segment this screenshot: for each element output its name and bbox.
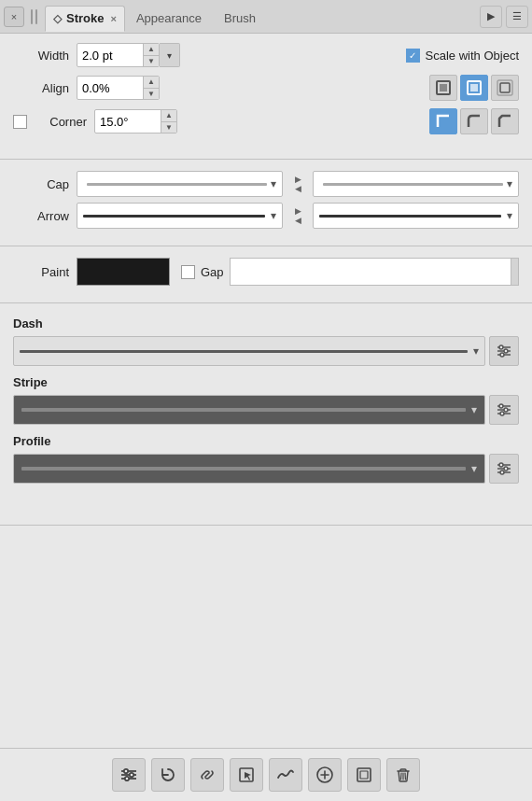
dash-dropdown[interactable]: ▾	[13, 336, 485, 366]
stripe-filter-button[interactable]	[489, 395, 519, 425]
corner-round-button[interactable]	[460, 108, 488, 134]
reset-button[interactable]	[151, 758, 185, 792]
svg-rect-3	[470, 84, 478, 91]
tab-menu-button[interactable]: ☰	[506, 6, 528, 28]
separator-1	[0, 159, 532, 160]
svg-marker-31	[245, 772, 251, 780]
paint-section: Paint Gap	[0, 254, 532, 295]
cap-right-chevron: ▾	[507, 177, 512, 190]
width-input[interactable]	[77, 49, 143, 63]
dash-section: Dash ▾	[0, 311, 532, 370]
tab-stroke[interactable]: ◇ Stroke ×	[45, 6, 125, 32]
arrow-row: Arrow ▾ ▶ ◀ ▾	[13, 203, 519, 229]
profile-title: Profile	[13, 434, 519, 448]
tab-appearance[interactable]: Appearance	[125, 6, 213, 32]
arrow-left-chevron: ▾	[271, 209, 276, 222]
cap-section: Cap ▾ ▶ ◀ ▾ Arrow ▾ ▶ ◀ ▾	[0, 167, 532, 238]
corner-checkbox[interactable]	[13, 115, 27, 129]
stripe-dropdown[interactable]: ▾	[13, 395, 485, 425]
align-spinners: ▲ ▼	[143, 76, 159, 100]
svg-rect-35	[357, 768, 371, 781]
width-down-button[interactable]: ▼	[144, 56, 159, 68]
align-label: Align	[13, 81, 69, 95]
panel-grip[interactable]	[28, 7, 39, 27]
gap-checkbox-wrap: Gap	[181, 265, 224, 279]
width-up-button[interactable]: ▲	[144, 43, 159, 56]
grip-line	[31, 9, 33, 24]
svg-rect-36	[360, 771, 368, 779]
arrow-left-dropdown[interactable]: ▾	[77, 203, 283, 229]
align-up-button[interactable]: ▲	[144, 76, 159, 89]
link-button[interactable]	[190, 758, 224, 792]
align-row: Align ▲ ▼	[13, 75, 519, 101]
stroke-tab-close[interactable]: ×	[110, 13, 116, 24]
svg-point-17	[500, 412, 504, 415]
options-button[interactable]	[112, 758, 146, 792]
svg-point-15	[499, 404, 503, 408]
dash-title: Dash	[13, 316, 519, 330]
cap-expand-collapse[interactable]: ▶ ◀	[290, 176, 305, 193]
dash-filter-button[interactable]	[489, 336, 519, 366]
stripe-line-indicator	[21, 408, 466, 412]
width-label: Width	[13, 49, 69, 63]
corner-input-wrap: ▲ ▼	[94, 109, 177, 134]
delete-button[interactable]	[386, 758, 420, 792]
arrow-line-indicator-2	[319, 215, 501, 218]
gap-swatch[interactable]	[230, 258, 511, 286]
stroke-tab-label: Stroke	[66, 11, 104, 25]
align-center-button[interactable]	[460, 75, 488, 101]
arrow-label: Arrow	[13, 209, 69, 223]
stripe-section: Stripe ▾	[0, 370, 532, 429]
align-outside-button[interactable]	[491, 75, 519, 101]
profile-chevron: ▾	[471, 462, 477, 475]
align-inside-button[interactable]	[429, 75, 457, 101]
align-input-wrap: ▲ ▼	[77, 76, 160, 100]
svg-point-16	[504, 408, 508, 412]
corner-spinners: ▲ ▼	[161, 109, 176, 134]
arrow-right-dropdown[interactable]: ▾	[313, 203, 519, 229]
profile-filter-button[interactable]	[489, 454, 519, 484]
gap-scrollbar	[511, 258, 519, 286]
arrow-line-indicator	[83, 215, 265, 218]
dash-line-indicator	[20, 350, 468, 353]
svg-point-23	[500, 471, 504, 474]
select-button[interactable]	[230, 758, 263, 792]
arrow-expand-collapse[interactable]: ▶ ◀	[290, 207, 305, 225]
corner-bevel-button[interactable]	[491, 108, 519, 134]
add-button[interactable]	[308, 758, 342, 792]
align-input[interactable]	[77, 81, 143, 95]
svg-rect-1	[440, 84, 447, 91]
gap-checkbox[interactable]	[181, 265, 195, 279]
panel-close-button[interactable]: ×	[4, 7, 24, 27]
corner-up-button[interactable]: ▲	[161, 109, 176, 122]
svg-point-10	[504, 349, 508, 353]
dash-select-wrap: ▾	[13, 336, 519, 366]
svg-point-29	[125, 777, 129, 780]
cap-left-dropdown[interactable]: ▾	[77, 171, 283, 197]
cap-right-dropdown[interactable]: ▾	[313, 171, 519, 197]
profile-dropdown[interactable]: ▾	[13, 454, 485, 484]
expand-icon: ▶	[295, 176, 301, 184]
width-dropdown-button[interactable]: ▾	[160, 43, 180, 67]
grip-line	[35, 9, 37, 24]
frame-button[interactable]	[347, 758, 381, 792]
scale-with-object-checkbox[interactable]: ✓	[406, 49, 420, 63]
arrow-collapse-icon: ◀	[295, 217, 301, 225]
separator-2	[0, 246, 532, 246]
corner-down-button[interactable]: ▼	[161, 122, 176, 134]
path-button[interactable]	[269, 758, 302, 792]
align-down-button[interactable]: ▼	[144, 89, 159, 101]
collapse-icon: ◀	[295, 185, 301, 193]
paint-label: Paint	[13, 265, 69, 279]
tab-bar: × ◇ Stroke × Appearance Brush ▶ ☰	[0, 0, 532, 34]
stripe-title: Stripe	[13, 375, 519, 389]
cap-row: Cap ▾ ▶ ◀ ▾	[13, 171, 519, 197]
corner-miter-button[interactable]	[429, 108, 457, 134]
paint-swatch[interactable]	[77, 258, 170, 286]
panel-content: Width ▲ ▼ ▾ ✓ Scale with Object Align ▲ …	[0, 34, 532, 151]
tab-forward-button[interactable]: ▶	[480, 6, 502, 28]
svg-point-28	[130, 773, 133, 777]
tab-brush[interactable]: Brush	[213, 6, 267, 32]
corner-input[interactable]	[95, 115, 161, 129]
cap-label: Cap	[13, 177, 69, 191]
